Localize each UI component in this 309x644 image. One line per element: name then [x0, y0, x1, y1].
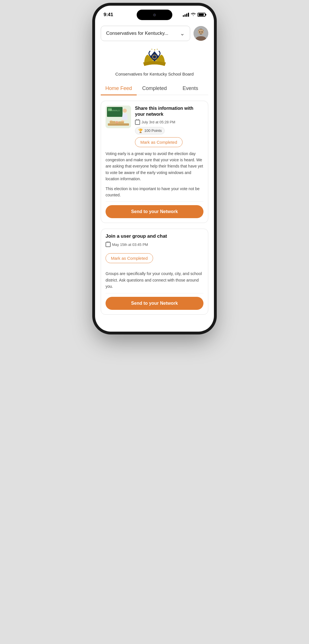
send-network-button-1[interactable]: Send to your Network	[106, 205, 203, 218]
mark-completed-button-2[interactable]: Mark as Completed	[106, 253, 153, 263]
org-dropdown-text: Conservatives for Kentucky...	[106, 31, 168, 36]
camera-dot	[153, 14, 156, 16]
org-selector-row: Conservatives for Kentucky... ⌄	[101, 26, 208, 41]
svg-rect-22	[118, 121, 124, 124]
org-name: Conservatives for Kentucky School Board	[101, 72, 208, 76]
card-2-body-1: Groups are specifically for your county,…	[106, 271, 203, 289]
card-1-points-badge: 🏆 100 Points	[135, 127, 165, 134]
card-2-date-row: May 15th at 03:45 PM	[106, 242, 203, 247]
avatar-image	[194, 26, 208, 41]
org-dropdown[interactable]: Conservatives for Kentucky... ⌄	[101, 26, 190, 41]
card-1-body-2: This election is too important to have y…	[106, 186, 203, 198]
svg-point-16	[123, 109, 127, 113]
card-1-meta: Share this information with your network…	[135, 106, 203, 147]
tab-events[interactable]: Events	[172, 83, 208, 95]
battery-icon	[198, 13, 205, 17]
calendar-icon-1	[135, 120, 140, 125]
svg-rect-21	[110, 121, 115, 124]
signal-icon	[183, 13, 189, 17]
mark-completed-button-1[interactable]: Mark as Completed	[135, 137, 183, 147]
chevron-down-icon: ⌄	[180, 30, 185, 37]
tabs: Home Feed Completed Events	[101, 83, 208, 95]
tab-home-feed[interactable]: Home Feed	[101, 83, 137, 95]
card-1-body-1: Voting early is a great way to avoid the…	[106, 151, 203, 182]
phone-frame: 9:41 Conservatives for Kentu	[95, 6, 214, 332]
main-content: Conservatives for Kentucky... ⌄	[95, 20, 214, 315]
card-1-title: Share this information with your network	[135, 106, 203, 117]
svg-point-4	[201, 31, 203, 33]
classroom-image: ANIMALS OAK	[106, 106, 131, 128]
send-network-button-2[interactable]: Send to your Network	[106, 297, 203, 310]
card-2-title: Join a user group and chat	[106, 233, 203, 239]
svg-point-7	[153, 55, 156, 58]
calendar-icon-2	[106, 242, 111, 247]
feed-card-1: ANIMALS OAK	[101, 101, 208, 223]
svg-text:★: ★	[156, 48, 158, 50]
card-1-date: July 3rd at 05:28 PM	[135, 120, 175, 125]
feed-card-2: Join a user group and chat May 15th at 0…	[101, 229, 208, 314]
avatar[interactable]	[194, 26, 208, 41]
card-2-date: May 15th at 03:45 PM	[106, 242, 148, 247]
org-logo: ★ ★ ★	[140, 47, 169, 69]
svg-text:★: ★	[151, 48, 153, 50]
wifi-icon	[191, 12, 196, 17]
card-2-divider	[106, 293, 203, 293]
card-1-thumbnail: ANIMALS OAK	[106, 106, 131, 128]
dynamic-island	[137, 10, 172, 20]
svg-text:OAK: OAK	[108, 109, 112, 111]
card-1-header: ANIMALS OAK	[106, 106, 203, 147]
svg-text:★: ★	[154, 49, 156, 51]
logo-area: ★ ★ ★ Conservatives for Kentucky School …	[101, 47, 208, 76]
status-icons	[183, 12, 205, 17]
svg-point-3	[199, 31, 200, 33]
status-time: 9:41	[104, 12, 113, 18]
card-1-date-row: July 3rd at 05:28 PM 🏆 100 Points	[135, 120, 203, 134]
card-1-divider	[106, 201, 203, 202]
tab-completed[interactable]: Completed	[137, 83, 173, 95]
trophy-icon-1: 🏆	[138, 128, 143, 133]
